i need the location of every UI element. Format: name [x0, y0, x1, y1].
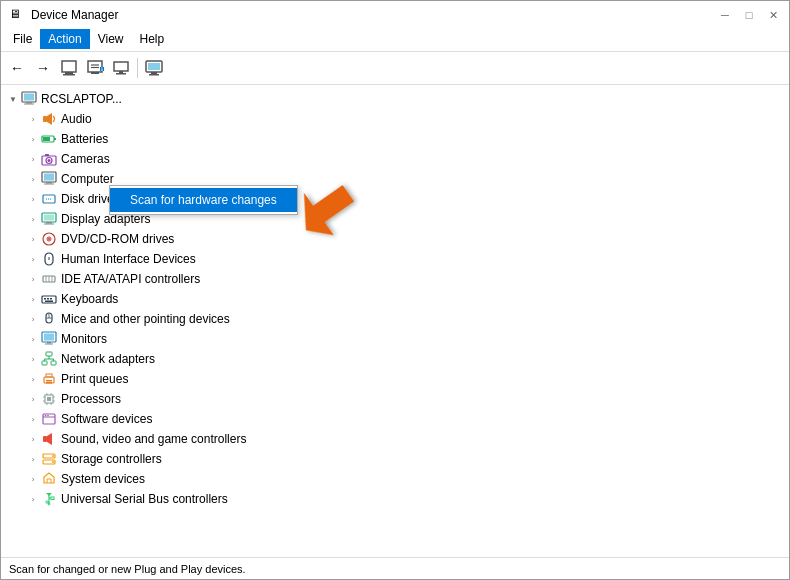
tree-item-print[interactable]: › Print queues: [1, 369, 789, 389]
tree-view[interactable]: ▼ RCSLAPTOP... ›: [1, 85, 789, 557]
toolbar-monitor-button[interactable]: [142, 56, 166, 80]
maximize-button[interactable]: □: [741, 7, 757, 23]
tree-item-hid-label: Human Interface Devices: [61, 252, 196, 266]
expand-icon[interactable]: ›: [25, 351, 41, 367]
svg-rect-3: [88, 61, 102, 72]
svg-rect-48: [44, 298, 46, 300]
expand-icon[interactable]: ›: [25, 291, 41, 307]
tree-item-software-label: Software devices: [61, 412, 152, 426]
expand-icon[interactable]: ›: [25, 151, 41, 167]
status-bar: Scan for changed or new Plug and Play de…: [1, 557, 789, 579]
toolbar-device-button[interactable]: [109, 56, 133, 80]
svg-rect-71: [47, 397, 51, 401]
svg-rect-10: [119, 71, 123, 73]
svg-rect-0: [62, 61, 76, 72]
svg-rect-49: [47, 298, 49, 300]
expand-icon[interactable]: ›: [25, 231, 41, 247]
svg-rect-36: [46, 222, 52, 224]
software-icon: [41, 411, 57, 427]
tree-root[interactable]: ▼ RCSLAPTOP...: [1, 89, 789, 109]
tree-item-audio-label: Audio: [61, 112, 92, 126]
tree-item-storage[interactable]: › Storage controllers: [1, 449, 789, 469]
tree-item-keyboards-label: Keyboards: [61, 292, 118, 306]
tree-item-sound[interactable]: › Sound, video and game controllers: [1, 429, 789, 449]
expand-icon[interactable]: ›: [25, 271, 41, 287]
tree-item-ide[interactable]: › IDE ATA/ATAPI controllers: [1, 269, 789, 289]
expand-icon[interactable]: ›: [25, 371, 41, 387]
expand-icon[interactable]: ›: [25, 491, 41, 507]
toolbar-info-button[interactable]: ℹ: [83, 56, 107, 80]
tree-item-keyboards[interactable]: › Keyboards: [1, 289, 789, 309]
tree-item-software[interactable]: › Software devices: [1, 409, 789, 429]
tree-item-usb[interactable]: › Universal Serial Bus controllers: [1, 489, 789, 509]
status-text: Scan for changed or new Plug and Play de…: [9, 563, 246, 575]
expand-icon[interactable]: ›: [25, 451, 41, 467]
svg-rect-35: [44, 215, 54, 221]
svg-rect-22: [54, 138, 56, 140]
app-icon: 🖥: [9, 7, 25, 23]
battery-icon: [41, 131, 57, 147]
tree-item-network-label: Network adapters: [61, 352, 155, 366]
tree-item-processors[interactable]: › Processors: [1, 389, 789, 409]
svg-rect-96: [46, 501, 48, 503]
expand-icon[interactable]: ›: [25, 171, 41, 187]
svg-rect-58: [45, 344, 53, 345]
tree-item-cameras-label: Cameras: [61, 152, 110, 166]
toolbar-back-button[interactable]: ←: [5, 56, 29, 80]
svg-rect-51: [45, 301, 53, 303]
ide-icon: [41, 271, 57, 287]
toolbar: ← → ℹ: [1, 52, 789, 85]
sound-icon: [41, 431, 57, 447]
close-button[interactable]: ✕: [765, 7, 781, 23]
tree-item-audio[interactable]: › Audio: [1, 109, 789, 129]
expand-icon[interactable]: ›: [25, 251, 41, 267]
tree-item-mice-label: Mice and other pointing devices: [61, 312, 230, 326]
hid-icon: [41, 251, 57, 267]
svg-rect-20: [43, 116, 47, 122]
tree-item-network[interactable]: › Network adapters: [1, 349, 789, 369]
tree-item-computer-label: Computer: [61, 172, 114, 186]
svg-rect-69: [46, 382, 52, 384]
svg-rect-11: [116, 73, 126, 75]
svg-rect-31: [44, 184, 54, 185]
tree-item-monitors[interactable]: › Monitors: [1, 329, 789, 349]
tree-item-mice[interactable]: › Mice and other pointing devices: [1, 309, 789, 329]
menu-help[interactable]: Help: [132, 29, 173, 49]
tree-item-dvd[interactable]: › DVD/CD-ROM drives: [1, 229, 789, 249]
svg-rect-50: [50, 298, 52, 300]
processor-icon: [41, 391, 57, 407]
expand-icon[interactable]: ›: [25, 111, 41, 127]
toolbar-separator: [137, 58, 138, 78]
expand-icon[interactable]: ›: [25, 331, 41, 347]
menu-bar: File Action View Help: [1, 27, 789, 52]
expand-icon[interactable]: ›: [25, 131, 41, 147]
tree-item-system[interactable]: › System devices: [1, 469, 789, 489]
expand-icon[interactable]: ›: [25, 471, 41, 487]
mouse-icon: [41, 311, 57, 327]
svg-rect-61: [51, 361, 56, 365]
window-title: Device Manager: [31, 8, 118, 22]
menu-file[interactable]: File: [5, 29, 40, 49]
toolbar-properties-button[interactable]: [57, 56, 81, 80]
print-icon: [41, 371, 57, 387]
keyboard-icon: [41, 291, 57, 307]
computer-icon: [21, 91, 37, 107]
expand-icon[interactable]: ›: [25, 391, 41, 407]
svg-rect-30: [46, 182, 52, 184]
tree-item-batteries[interactable]: › Batteries: [1, 129, 789, 149]
minimize-button[interactable]: ─: [717, 7, 733, 23]
main-content: PC.com ▼ RCSLAPTOP... ›: [1, 85, 789, 557]
title-bar: 🖥 Device Manager ─ □ ✕: [1, 1, 789, 27]
scan-hardware-changes-item[interactable]: Scan for hardware changes: [110, 188, 297, 212]
menu-view[interactable]: View: [90, 29, 132, 49]
expand-icon[interactable]: ›: [25, 311, 41, 327]
expand-icon[interactable]: ›: [25, 211, 41, 227]
expand-icon[interactable]: ›: [25, 431, 41, 447]
menu-action[interactable]: Action: [40, 29, 89, 49]
expand-icon[interactable]: ›: [25, 411, 41, 427]
expand-icon[interactable]: ›: [25, 191, 41, 207]
tree-item-hid[interactable]: › Human Interface Devices: [1, 249, 789, 269]
expand-icon[interactable]: ▼: [5, 91, 21, 107]
toolbar-forward-button[interactable]: →: [31, 56, 55, 80]
tree-item-cameras[interactable]: › Cameras: [1, 149, 789, 169]
